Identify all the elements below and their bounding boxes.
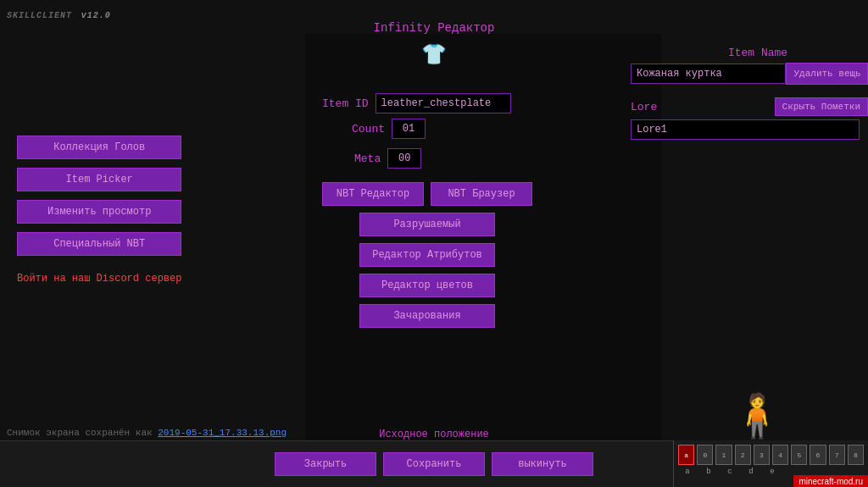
nbt-browser-button[interactable]: NBT Браузер bbox=[431, 182, 532, 206]
hotbar-letter-d: d bbox=[741, 468, 761, 476]
hotbar-slot-1[interactable]: 0 bbox=[697, 445, 713, 465]
destructible-button[interactable]: Разрушаемый bbox=[359, 213, 495, 236]
hotbar-slot-0[interactable]: a bbox=[678, 445, 694, 465]
screenshot-text: Снимок экрана сохранён как 2019-05-31_17… bbox=[7, 428, 287, 438]
count-label: Count bbox=[352, 123, 385, 136]
item-icon: 👕 bbox=[421, 42, 447, 67]
hotbar-slots-row: a 0 1 2 3 4 5 6 7 8 bbox=[674, 440, 868, 468]
count-row: Count bbox=[352, 119, 426, 139]
hotbar-letter-e: e bbox=[762, 468, 782, 476]
meta-label: Meta bbox=[354, 152, 381, 165]
save-button[interactable]: Сохранить bbox=[383, 452, 485, 476]
screenshot-prefix: Снимок экрана сохранён как bbox=[7, 428, 153, 438]
attr-editor-button[interactable]: Редактор Атрибутов bbox=[359, 243, 495, 267]
nbt-buttons-row: NBT Редактор NBT Браузер bbox=[322, 182, 532, 206]
item-name-label: Item Name bbox=[648, 47, 868, 59]
meta-row: Meta bbox=[354, 148, 421, 169]
logo-version: v12.0 bbox=[81, 11, 111, 20]
nbt-editor-button[interactable]: NBT Редактор bbox=[322, 182, 424, 206]
logo: SKILLCLIENT v12.0 bbox=[7, 7, 111, 22]
logo-text: SKILLCLIENT bbox=[7, 11, 72, 20]
hotbar-slot-9[interactable]: 8 bbox=[848, 445, 864, 465]
discord-button[interactable]: Войти на наш Discord сервер bbox=[17, 273, 181, 285]
hotbar-letter-c: c bbox=[720, 468, 740, 476]
delete-item-button[interactable]: Удалить вещь bbox=[786, 63, 868, 85]
center-buttons: NBT Редактор NBT Браузер Разрушаемый Ред… bbox=[322, 182, 532, 328]
hotbar-slot-4[interactable]: 3 bbox=[754, 445, 770, 465]
item-name-input[interactable] bbox=[631, 64, 786, 84]
screenshot-link[interactable]: 2019-05-31_17.33.13.png bbox=[158, 428, 287, 438]
hotbar-letter-a: a bbox=[677, 468, 698, 476]
color-editor-button[interactable]: Редактор цветов bbox=[359, 274, 495, 297]
left-sidebar: Коллекция Голов Item Picker Изменить про… bbox=[17, 136, 181, 285]
count-input[interactable] bbox=[392, 119, 426, 139]
hide-notes-button[interactable]: Скрыть Пометки bbox=[775, 97, 868, 116]
change-view-button[interactable]: Изменить просмотр bbox=[17, 200, 181, 224]
site-badge: minecraft-mod.ru bbox=[793, 475, 868, 487]
hotbar-letter-b: b bbox=[698, 468, 719, 476]
hotbar-slot-8[interactable]: 7 bbox=[829, 445, 845, 465]
lore-label: Lore Скрыть Пометки bbox=[631, 97, 868, 116]
position-label: Исходное положение bbox=[379, 429, 489, 440]
item-id-input[interactable] bbox=[376, 93, 511, 113]
throw-button[interactable]: выкинуть bbox=[492, 452, 593, 476]
hotbar-slot-6[interactable]: 5 bbox=[791, 445, 807, 465]
mc-character: 🧍 bbox=[731, 398, 783, 440]
lore-input[interactable] bbox=[631, 119, 860, 140]
item-picker-button[interactable]: Item Picker bbox=[17, 168, 181, 191]
heads-button[interactable]: Коллекция Голов bbox=[17, 136, 181, 159]
meta-input[interactable] bbox=[387, 148, 421, 169]
special-nbt-button[interactable]: Специальный NBT bbox=[17, 232, 181, 256]
lore-text: Lore bbox=[631, 101, 657, 113]
hotbar-slot-5[interactable]: 4 bbox=[772, 445, 788, 465]
main-title: Infinity Редактор bbox=[374, 21, 495, 35]
hotbar-slot-7[interactable]: 6 bbox=[810, 445, 826, 465]
close-button[interactable]: Закрыть bbox=[275, 452, 376, 476]
item-id-row: Item ID bbox=[322, 93, 511, 113]
enchantments-button[interactable]: Зачарования bbox=[359, 304, 495, 328]
bottom-bar: Закрыть Сохранить выкинуть a 0 1 2 3 4 5… bbox=[0, 440, 868, 487]
hotbar-slot-2[interactable]: 1 bbox=[715, 445, 732, 465]
hotbar-slot-3[interactable]: 2 bbox=[735, 445, 751, 465]
item-name-row: Удалить вещь bbox=[631, 63, 868, 85]
right-panel: Item Name Удалить вещь Lore Скрыть Помет… bbox=[631, 47, 868, 140]
item-id-label: Item ID bbox=[322, 97, 369, 110]
